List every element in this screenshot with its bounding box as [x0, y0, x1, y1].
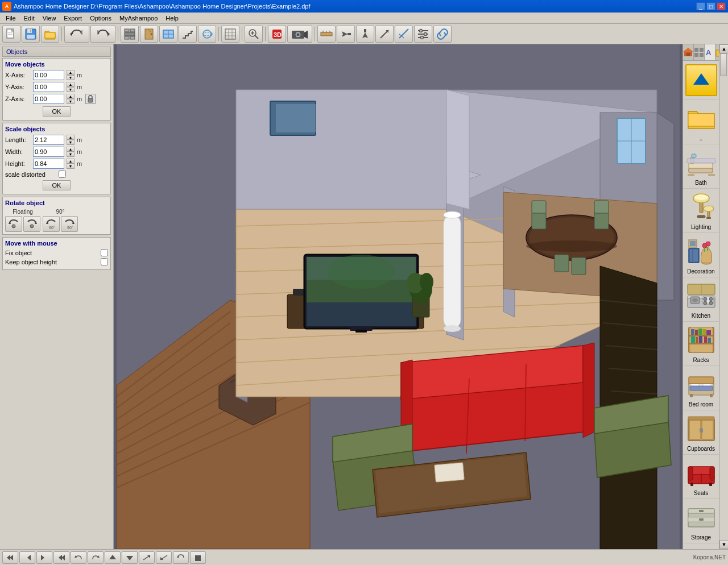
close-button[interactable]: ✕ [717, 2, 726, 10]
x-axis-down[interactable]: ▼ [67, 75, 75, 80]
length-up[interactable]: ▲ [67, 135, 75, 140]
rotate-90-ccw-btn[interactable]: 90° [43, 216, 60, 232]
scroll-thumb[interactable] [720, 53, 727, 76]
category-building-icon[interactable] [683, 44, 694, 60]
toolbar-door[interactable] [140, 26, 158, 43]
x-axis-spinner[interactable]: ▲ ▼ [67, 70, 75, 80]
z-axis-spinner[interactable]: ▲ ▼ [67, 94, 75, 104]
sidebar-item-racks[interactable]: Racks [683, 322, 719, 366]
height-up[interactable]: ▲ [67, 159, 75, 164]
category-text-icon[interactable]: A [705, 44, 715, 60]
y-axis-input[interactable] [33, 82, 64, 92]
width-down[interactable]: ▼ [67, 152, 75, 157]
scroll-up-btn[interactable]: ▲ [719, 44, 728, 53]
toolbar-3d[interactable]: 3D [268, 26, 286, 43]
sidebar-item-bedroom[interactable]: Bed room [683, 366, 719, 410]
fix-object-checkbox[interactable] [101, 249, 108, 256]
height-down[interactable]: ▼ [67, 164, 75, 169]
toolbar-rotate-view[interactable] [198, 26, 216, 43]
nav-rotate-btn[interactable] [173, 551, 189, 564]
length-down[interactable]: ▼ [67, 140, 75, 145]
minimize-button[interactable]: _ [696, 2, 705, 10]
sidebar-up-button[interactable] [683, 61, 719, 100]
rotate-ccw-btn[interactable] [5, 216, 22, 232]
toolbar-undo[interactable] [64, 26, 89, 43]
maximize-button[interactable]: □ [706, 2, 715, 10]
toolbar-arrow-right[interactable] [337, 26, 355, 43]
menu-myashampoo[interactable]: MyAshampoo [116, 14, 161, 23]
menu-export[interactable]: Export [60, 14, 85, 23]
toolbar-link[interactable] [433, 26, 452, 43]
toolbar-dimensions[interactable] [395, 26, 413, 43]
menu-view[interactable]: View [39, 14, 60, 23]
menu-edit[interactable]: Edit [20, 14, 38, 23]
category-grid-icon[interactable] [694, 44, 705, 60]
nav-stop-btn[interactable] [190, 551, 206, 564]
toolbar-measure[interactable] [317, 26, 336, 43]
sidebar-item-storage[interactable]: Storage [683, 499, 719, 543]
z-axis-input[interactable] [33, 94, 64, 104]
width-spinner[interactable]: ▲ ▼ [67, 147, 75, 157]
scale-ok-button[interactable]: OK [43, 180, 71, 190]
rotate-object-panel: Rotate object Floating 90° [2, 197, 111, 235]
svg-marker-38 [304, 31, 308, 39]
nav-undo-btn[interactable] [71, 551, 86, 564]
nav-first-btn[interactable] [2, 551, 18, 564]
toolbar-window[interactable] [159, 26, 177, 43]
scroll-down-btn[interactable]: ▼ [719, 540, 728, 549]
menu-file[interactable]: File [2, 14, 19, 23]
toolbar-arrow-up[interactable] [356, 26, 374, 43]
z-axis-down[interactable]: ▼ [67, 99, 75, 104]
height-spinner[interactable]: ▲ ▼ [67, 159, 75, 169]
width-input[interactable] [33, 147, 64, 157]
sidebar-item-decoration[interactable]: Decoration [683, 233, 719, 277]
nav-redo-btn[interactable] [88, 551, 104, 564]
scale-distorted-checkbox[interactable] [59, 171, 66, 178]
nav-diagonal-dl-btn[interactable] [156, 551, 172, 564]
scroll-track[interactable] [719, 53, 728, 540]
toolbar-camera[interactable] [287, 26, 312, 43]
y-axis-up[interactable]: ▲ [67, 82, 75, 87]
nav-down-btn[interactable] [122, 551, 138, 564]
width-up[interactable]: ▲ [67, 147, 75, 152]
toolbar-redo[interactable] [90, 26, 115, 43]
toolbar-stairs[interactable] [179, 26, 197, 43]
length-spinner[interactable]: ▲ ▼ [67, 135, 75, 145]
toolbar-new[interactable] [2, 26, 20, 43]
3d-viewport[interactable] [114, 44, 682, 549]
height-input[interactable] [33, 159, 64, 169]
menu-options[interactable]: Options [86, 14, 115, 23]
toolbar-grid[interactable] [221, 26, 239, 43]
toolbar-arrow-diag[interactable] [375, 26, 394, 43]
nav-forward-btn[interactable] [36, 551, 52, 564]
sidebar-item-bath[interactable]: Bath [683, 144, 719, 189]
rotate-90-cw-btn[interactable]: 90° [61, 216, 78, 232]
sidebar-item-kitchen[interactable]: Kitchen [683, 277, 719, 322]
x-axis-input[interactable] [33, 70, 64, 80]
nav-last-btn[interactable] [53, 551, 69, 564]
rotate-cw-btn[interactable] [23, 216, 40, 232]
move-ok-button[interactable]: OK [43, 106, 71, 117]
up-arrow-icon[interactable] [685, 64, 717, 96]
sidebar-item-seats[interactable]: Seats [683, 455, 719, 499]
y-axis-spinner[interactable]: ▲ ▼ [67, 82, 75, 92]
toolbar-wall[interactable] [121, 26, 139, 43]
y-axis-down[interactable]: ▼ [67, 87, 75, 92]
x-axis-up[interactable]: ▲ [67, 70, 75, 75]
nav-back-btn[interactable] [19, 551, 35, 564]
z-axis-up[interactable]: ▲ [67, 94, 75, 99]
length-input[interactable] [33, 135, 64, 145]
keep-object-height-checkbox[interactable] [101, 258, 108, 265]
menu-help[interactable]: Help [162, 14, 182, 23]
nav-up-btn[interactable] [105, 551, 121, 564]
z-lock-btn[interactable] [85, 94, 96, 104]
toolbar-settings[interactable] [414, 26, 432, 43]
svg-rect-160 [700, 48, 704, 52]
sidebar-parent-folder[interactable]: .. [683, 100, 719, 144]
sidebar-item-cupboards[interactable]: Cupboards [683, 410, 719, 455]
toolbar-open[interactable] [41, 26, 59, 43]
toolbar-save[interactable] [22, 26, 40, 43]
nav-diagonal-ur-btn[interactable] [139, 551, 155, 564]
sidebar-item-lighting[interactable]: Lighting [683, 189, 719, 233]
toolbar-zoom[interactable] [245, 26, 263, 43]
